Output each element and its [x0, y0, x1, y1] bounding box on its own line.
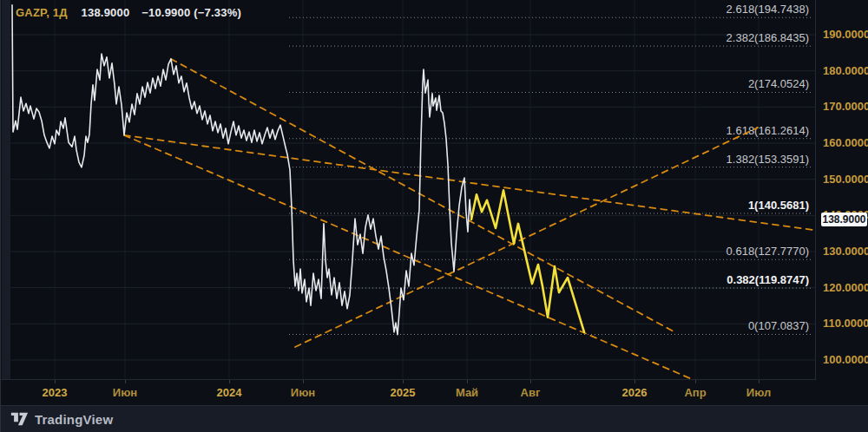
fib-level-label: 1.618(161.2614) [727, 124, 809, 137]
tradingview-brand[interactable]: TradingView [35, 412, 113, 427]
time-tick-mark [303, 380, 304, 383]
last-price-value: 138.9000 [82, 6, 130, 19]
time-tick-mark [55, 380, 56, 383]
forecast-series-line [471, 190, 584, 332]
time-tick-mark [229, 380, 230, 383]
tradingview-logo-icon[interactable] [10, 412, 29, 426]
price-tick-label: 150.0000 [823, 173, 868, 186]
symbol-legend[interactable]: GAZP, 1Д 138.9000 −10.9900 (−7.33%) [16, 6, 241, 19]
time-tick-label: 2025 [391, 386, 416, 399]
time-tick-mark [467, 380, 468, 383]
time-tick-label: Июн [113, 386, 137, 399]
time-tick-label: 2026 [622, 386, 648, 399]
fib-level-label: 1.382(153.3591) [727, 153, 809, 166]
fib-level-label: 0.382(119.8747) [727, 273, 809, 286]
price-tick-label: 120.0000 [823, 281, 868, 294]
fib-level-label: 0.618(127.7770) [727, 245, 809, 258]
fib-level-label: 0(107.0837) [748, 319, 809, 332]
time-tick-mark [695, 380, 696, 383]
price-tick-label: 170.0000 [823, 100, 868, 113]
time-tick-mark [125, 380, 126, 383]
price-tick-label: 110.0000 [823, 317, 868, 330]
time-tick-label: Май [456, 386, 478, 399]
time-tick-label: 2024 [217, 386, 242, 399]
time-tick-label: Июн [291, 386, 315, 399]
time-tick-label: Авг [521, 386, 541, 399]
price-tick-label: 160.0000 [823, 136, 868, 149]
time-tick-mark [635, 380, 635, 383]
time-tick-label: Апр [684, 386, 706, 399]
last-price-label: 138.9000 [821, 213, 867, 226]
time-tick-label: 2023 [43, 386, 68, 399]
time-tick-mark [759, 380, 760, 383]
footer-bar: TradingView [1, 405, 868, 432]
time-axis[interactable]: 2023Июн2024Июн2025МайАвг2026АпрИюл [1, 380, 868, 405]
fib-level-label: 2.382(186.8435) [727, 31, 809, 44]
price-axis[interactable]: 190.0000180.0000170.0000160.0000150.0000… [816, 0, 868, 379]
chart-canvas[interactable]: 2.618(194.7438)2.382(186.8435)2(174.0524… [1, 0, 815, 379]
price-tick-label: 190.0000 [823, 28, 868, 41]
fib-level-label: 2(174.0524) [748, 77, 809, 90]
symbol-name: GAZP, 1Д [16, 6, 68, 19]
time-tick-mark [403, 380, 404, 383]
price-tick-label: 100.0000 [823, 353, 868, 366]
fib-level-label: 2.618(194.7438) [727, 3, 809, 16]
price-tick-label: 130.0000 [823, 245, 868, 258]
price-change: −10.9900 (−7.33%) [141, 6, 241, 19]
chart-pane[interactable]: 2.618(194.7438)2.382(186.8435)2(174.0524… [1, 0, 816, 380]
price-tick-label: 180.0000 [823, 64, 868, 77]
fib-level-label: 1(140.5681) [748, 199, 809, 212]
time-tick-mark [530, 380, 531, 383]
time-tick-label: Июл [746, 386, 771, 399]
tradingview-chart-window: 2.618(194.7438)2.382(186.8435)2(174.0524… [0, 0, 868, 432]
